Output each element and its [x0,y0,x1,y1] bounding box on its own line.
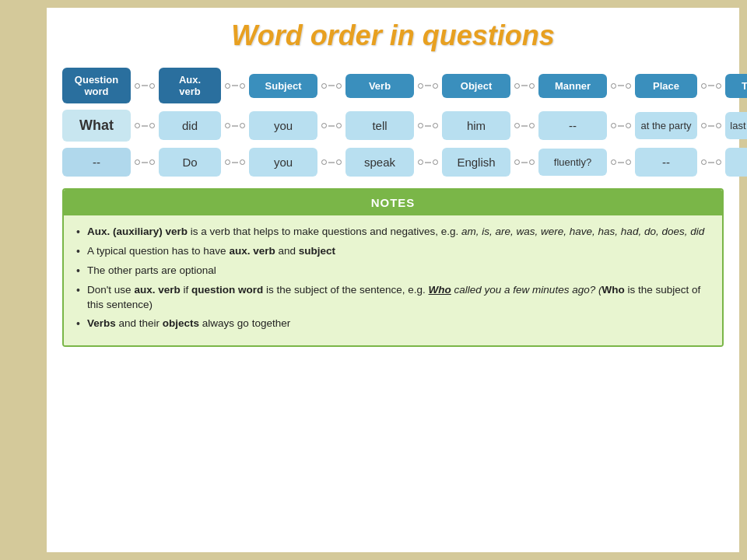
row2-question-word: -- [62,148,131,177]
row1-manner: -- [538,111,607,140]
row2-object: English [442,148,510,177]
connector [320,159,343,165]
note-item-4: Don't use aux. verb if question word is … [76,283,710,313]
connector [133,123,156,128]
connector [513,123,536,128]
connector [609,123,633,128]
header-manner: Manner [538,74,607,98]
row1-subject: you [249,111,317,140]
connector [700,123,723,128]
notes-header: NOTES [64,190,722,215]
notes-section: NOTES Aux. (auxiliary) verb is a verb th… [62,188,724,347]
page-title: Word order in questions [62,19,724,52]
connector [609,83,633,89]
connector [223,159,247,165]
data-row-2: -- Do you speak English f [62,148,724,177]
header-row: Questionword Aux.verb Subject Verb Objec [62,68,724,103]
row1-aux-verb: did [159,111,221,140]
row2-manner: fluently? [538,149,607,176]
connector [416,159,440,165]
header-question-word: Questionword [62,68,131,103]
notes-body: Aux. (auxiliary) verb is a verb that hel… [64,215,722,345]
note-item-3: The other parts are optional [76,264,710,278]
connector [223,123,247,128]
connector [133,159,156,165]
row2-place: -- [635,148,697,177]
connector [416,123,440,128]
header-verb: Verb [345,74,414,98]
connector [609,159,633,165]
header-subject: Subject [249,74,317,98]
row1-object: him [442,111,510,140]
note-item-2: A typical question has to have aux. verb… [76,244,710,259]
header-aux-verb: Aux.verb [159,68,221,103]
row1-verb: tell [345,111,414,140]
connector [416,83,440,89]
note-item-5: Verbs and their objects always go togeth… [76,317,710,331]
connector [320,123,343,128]
row2-verb: speak [345,148,414,177]
row1-question-word: What [62,110,131,142]
connector [320,83,343,89]
header-time: Time [725,74,747,98]
connector [513,83,536,89]
row2-aux-verb: Do [159,148,221,177]
connector [513,159,536,165]
connector [700,83,723,89]
row2-subject: you [249,148,317,177]
row2-time: -- [725,148,747,177]
data-row-1: What did you tell him -- [62,110,724,142]
connector [223,83,247,89]
header-place: Place [635,74,697,98]
connector [133,83,156,89]
row1-place: at the party [635,112,697,139]
row1-time: last night? [725,112,747,139]
header-object: Object [442,74,510,98]
connector [700,159,723,165]
note-item-1: Aux. (auxiliary) verb is a verb that hel… [76,225,710,240]
